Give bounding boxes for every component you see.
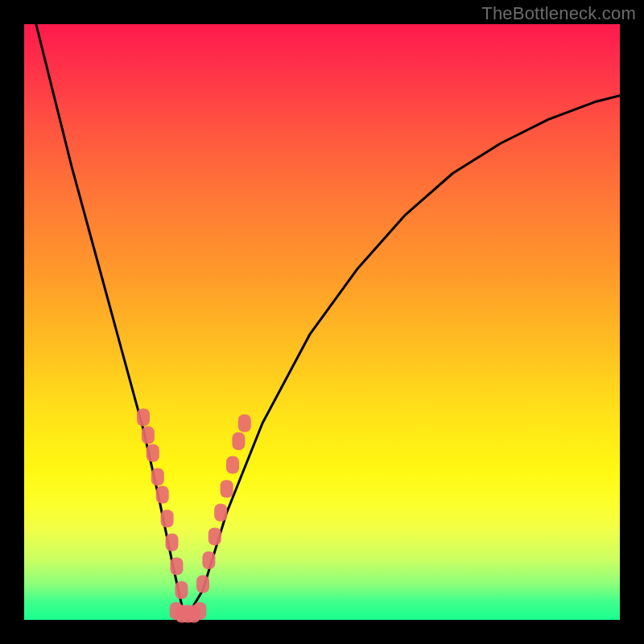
data-marker (170, 557, 183, 575)
data-marker (175, 581, 188, 599)
data-marker (214, 504, 227, 522)
data-marker (226, 456, 239, 474)
data-marker (202, 551, 215, 569)
data-marker (208, 527, 221, 545)
data-marker (151, 468, 164, 485)
data-marker (147, 444, 159, 462)
data-marker (142, 427, 155, 444)
outer-frame: TheBottleneck.com (0, 0, 644, 644)
curve-layer (36, 24, 620, 620)
chart-overlay (0, 0, 644, 644)
data-marker (196, 576, 209, 593)
data-marker (193, 602, 206, 620)
data-marker (156, 486, 169, 504)
bottleneck-curve-path (36, 24, 620, 620)
data-marker (238, 415, 251, 432)
data-marker (137, 408, 150, 426)
data-marker (232, 432, 245, 450)
data-marker (161, 510, 174, 527)
marker-layer (137, 408, 251, 622)
data-marker (166, 534, 179, 551)
data-marker (221, 480, 233, 497)
